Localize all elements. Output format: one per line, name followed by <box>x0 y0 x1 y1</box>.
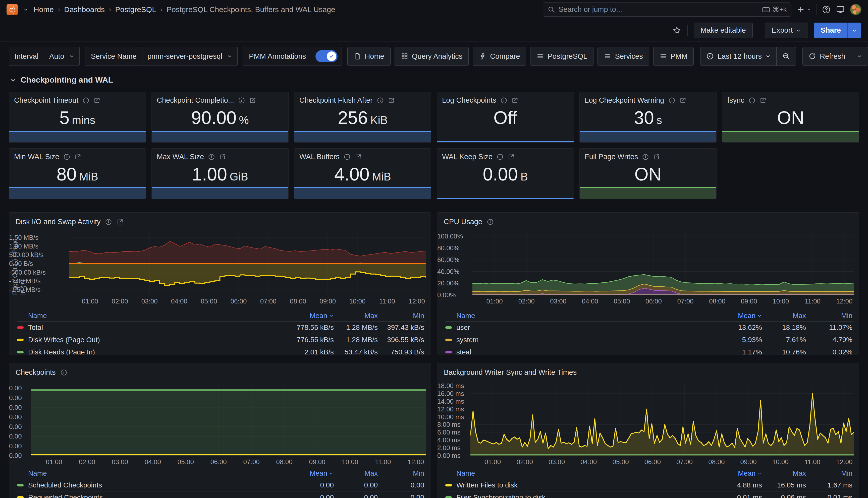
interval-select[interactable]: Auto <box>44 47 79 66</box>
legend-header-min[interactable]: Min <box>378 312 424 320</box>
legend-series-toggle[interactable]: Disk Reads (Page In) <box>17 348 271 355</box>
legend-series-toggle[interactable]: Total <box>17 324 271 331</box>
legend-header-mean[interactable]: Mean <box>271 469 334 477</box>
panel-external-link-button[interactable] <box>93 97 101 104</box>
panel-info-button[interactable] <box>642 153 649 160</box>
link-button-query-analytics[interactable]: Query Analytics <box>394 47 469 66</box>
time-range-button[interactable]: Last 12 hours <box>700 47 776 66</box>
legend-series-toggle[interactable]: Written Files to disk <box>445 481 699 489</box>
panel-external-link-button[interactable] <box>760 97 766 104</box>
legend-series-toggle[interactable]: system <box>445 336 699 344</box>
legend-header-mean[interactable]: Mean <box>699 312 762 320</box>
legend-header-max[interactable]: Max <box>762 469 806 477</box>
panel-info-button[interactable] <box>496 153 504 160</box>
panel-external-link-button[interactable] <box>679 97 686 104</box>
panel-external-link-button[interactable] <box>355 153 362 160</box>
stat-value: 80MiB <box>9 161 146 187</box>
link-button-pmm[interactable]: PMM <box>653 47 694 66</box>
legend-header-name[interactable]: Name <box>445 312 699 320</box>
stat-panel-title: fsync <box>727 96 744 104</box>
panel-external-link-button[interactable] <box>74 153 81 160</box>
panel-info-button[interactable] <box>668 97 675 104</box>
legend-series-toggle[interactable]: Scheduled Checkpoints <box>17 481 271 489</box>
panel-info-button[interactable] <box>500 97 507 104</box>
new-button[interactable] <box>796 5 812 14</box>
legend-header-name[interactable]: Name <box>445 469 699 477</box>
legend-header-max[interactable]: Max <box>334 312 378 320</box>
service-name-select[interactable]: pmm-server-postgresql <box>142 47 237 66</box>
stat-sparkline <box>9 131 146 142</box>
y-tick: 100.00% <box>437 233 468 240</box>
legend-header-mean[interactable]: Mean <box>699 469 762 477</box>
pmm-annotations-toggle[interactable] <box>315 50 338 62</box>
legend-header-min[interactable]: Min <box>806 469 852 477</box>
stat-unit: GiB <box>230 170 248 183</box>
panel-info-button[interactable] <box>344 153 351 160</box>
panel-external-link-button[interactable] <box>511 97 518 104</box>
avatar[interactable] <box>850 4 861 15</box>
panel-external-link-button[interactable] <box>219 153 226 160</box>
news-button[interactable] <box>836 5 845 14</box>
panel-external-link-button[interactable] <box>388 97 395 104</box>
panel-info-button[interactable] <box>377 97 384 104</box>
panel-info-button[interactable] <box>487 218 494 225</box>
breadcrumb-item[interactable]: Home <box>34 5 54 14</box>
panel-info-button[interactable] <box>749 97 755 104</box>
link-button-compare[interactable]: Compare <box>473 47 526 66</box>
plot-area[interactable] <box>31 382 426 456</box>
legend-series-toggle[interactable]: Disk Writes (Page Out) <box>17 336 271 344</box>
plot-area[interactable] <box>69 232 426 295</box>
link-button-home[interactable]: Home <box>347 47 390 66</box>
stat-value: 0.00B <box>437 161 574 187</box>
panel-info-button[interactable] <box>82 97 89 104</box>
panel-info-button[interactable] <box>238 97 245 104</box>
share-button[interactable]: Share <box>814 23 861 38</box>
y-tick: 0.00 <box>9 442 27 450</box>
legend-header-min[interactable]: Min <box>378 469 424 477</box>
panel-external-link-button[interactable] <box>249 97 256 104</box>
plot-area[interactable] <box>470 382 854 456</box>
panel-info-button[interactable] <box>208 153 215 160</box>
make-editable-button[interactable]: Make editable <box>694 23 753 38</box>
stat-panel-title: Log Checkpoint Warning <box>585 96 664 104</box>
breadcrumb-item[interactable]: Dashboards <box>64 5 105 14</box>
export-button[interactable]: Export <box>765 23 808 38</box>
favorite-star-button[interactable] <box>672 26 682 35</box>
panel-external-link-button[interactable] <box>508 153 515 160</box>
y-tick: 1.00 MB/s <box>9 242 65 250</box>
search-input[interactable]: Search or jump to... ⌘+k <box>543 2 791 16</box>
legend-header-max[interactable]: Max <box>762 312 806 320</box>
legend-series-toggle[interactable]: Files Synchronization to disk <box>445 494 699 498</box>
link-button-services[interactable]: Services <box>597 47 649 66</box>
legend-header-name[interactable]: Name <box>17 312 271 320</box>
external-icon <box>653 153 660 160</box>
breadcrumb-item[interactable]: PostgreSQL <box>115 5 156 14</box>
legend-series-toggle[interactable]: user <box>445 324 699 331</box>
plot-area[interactable] <box>472 232 854 295</box>
x-tick: 10:00 <box>349 298 365 305</box>
refresh-interval-chevron[interactable] <box>851 47 868 66</box>
row-checkpointing-and-wal[interactable]: Checkpointing and WAL <box>10 75 861 84</box>
panel-info-button[interactable] <box>105 218 112 225</box>
breadcrumb-item[interactable]: PostgreSQL Checkpoints, Buffers and WAL … <box>167 5 335 14</box>
help-button[interactable] <box>822 5 831 14</box>
org-switcher-chevron[interactable] <box>23 7 29 12</box>
legend-row: Scheduled Checkpoints0.000.000.00 <box>17 479 425 492</box>
share-dropdown-chevron[interactable] <box>847 23 861 38</box>
legend-series-toggle[interactable]: Requested Checkpoints <box>17 494 271 498</box>
zoom-out-button[interactable] <box>776 47 796 66</box>
x-tick: 05:00 <box>178 458 194 466</box>
x-tick: 06:00 <box>210 458 227 466</box>
legend-series-toggle[interactable]: steal <box>445 348 699 355</box>
legend-header-max[interactable]: Max <box>334 469 378 477</box>
legend-header-min[interactable]: Min <box>806 312 852 320</box>
panel-external-link-button[interactable] <box>653 153 660 160</box>
panel-info-button[interactable] <box>63 153 70 160</box>
panel-external-button[interactable] <box>117 218 124 225</box>
legend-header-name[interactable]: Name <box>17 469 271 477</box>
pmm-logo[interactable] <box>7 4 18 15</box>
panel-info-button[interactable] <box>60 369 67 376</box>
legend-header-mean[interactable]: Mean <box>271 312 334 320</box>
refresh-button[interactable]: Refresh <box>803 47 851 66</box>
link-button-postgresql[interactable]: PostgreSQL <box>530 47 594 66</box>
